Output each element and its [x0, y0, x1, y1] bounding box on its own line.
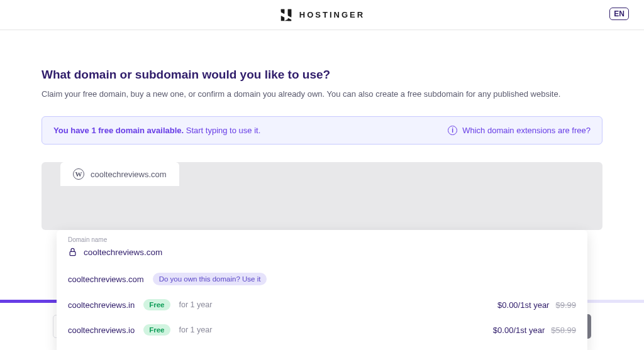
- free-badge: Free: [143, 324, 170, 336]
- brand-name: HOSTINGER: [299, 10, 365, 19]
- free-extensions-text: Which domain extensions are free?: [462, 126, 591, 135]
- main-content: What domain or subdomain would you like …: [0, 30, 644, 230]
- domain-result-row[interactable]: cooltechreviews.com Do you own this doma…: [68, 266, 576, 292]
- free-badge: Free: [143, 299, 170, 310]
- domain-result-row[interactable]: cooltechreviews.in Free for 1 year $0.00…: [68, 292, 576, 317]
- domain-input-value: cooltechreviews.com: [84, 248, 162, 257]
- free-domain-banner: You have 1 free domain available. Start …: [42, 116, 602, 145]
- hostinger-logo-icon: [279, 8, 293, 22]
- domain-input[interactable]: cooltechreviews.com: [68, 244, 576, 266]
- result-domain: cooltechreviews.com: [68, 275, 144, 284]
- result-original-price: $9.99: [555, 300, 576, 310]
- domain-field-label: Domain name: [68, 236, 576, 243]
- free-extensions-link[interactable]: i Which domain extensions are free?: [448, 126, 591, 135]
- language-selector[interactable]: EN: [609, 8, 629, 20]
- banner-message: You have 1 free domain available. Start …: [53, 126, 260, 135]
- lock-icon: [68, 247, 77, 257]
- result-domain: cooltechreviews.in: [68, 300, 135, 310]
- own-domain-badge[interactable]: Do you own this domain? Use it: [153, 273, 267, 285]
- result-domain: cooltechreviews.io: [68, 325, 135, 335]
- banner-message-tail: Start typing to use it.: [184, 126, 260, 135]
- site-tab-bar: W cooltechreviews.com: [42, 162, 602, 230]
- site-tab-label: cooltechreviews.com: [91, 170, 167, 179]
- result-price: $0.00/1st year: [493, 325, 545, 335]
- top-bar: HOSTINGER EN: [0, 0, 644, 30]
- page-title: What domain or subdomain would you like …: [42, 68, 602, 82]
- domain-result-row[interactable]: cooltechreviews.io Free for 1 year $0.00…: [68, 317, 576, 342]
- domain-search-dropdown: Domain name cooltechreviews.com cooltech…: [57, 230, 587, 350]
- page-subtitle: Claim your free domain, buy a new one, o…: [42, 89, 602, 99]
- result-term: for 1 year: [179, 325, 213, 334]
- svg-rect-0: [70, 251, 75, 255]
- site-tab[interactable]: W cooltechreviews.com: [60, 162, 179, 186]
- brand-logo: HOSTINGER: [279, 8, 365, 22]
- result-original-price: $58.99: [551, 325, 576, 335]
- result-term: for 1 year: [179, 300, 213, 309]
- wordpress-icon: W: [73, 168, 84, 180]
- result-price: $0.00/1st year: [497, 300, 549, 310]
- banner-message-bold: You have 1 free domain available.: [53, 126, 184, 135]
- info-icon: i: [448, 126, 457, 135]
